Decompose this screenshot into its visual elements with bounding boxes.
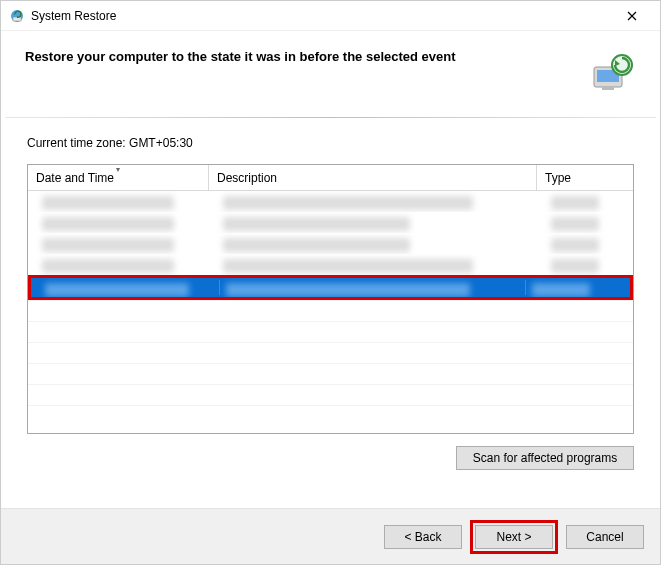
table-row[interactable] (28, 254, 633, 275)
content-area: Current time zone: GMT+05:30 Date and Ti… (1, 118, 660, 508)
scan-affected-programs-button[interactable]: Scan for affected programs (456, 446, 634, 470)
next-button[interactable]: Next > (475, 525, 553, 549)
grid-body (28, 191, 633, 433)
column-header-description[interactable]: Description (209, 165, 537, 190)
timezone-label: Current time zone: GMT+05:30 (27, 136, 634, 150)
column-header-datetime-label: Date and Time (36, 171, 114, 185)
titlebar: System Restore (1, 1, 660, 31)
table-row[interactable] (28, 191, 633, 212)
table-row-selected[interactable] (28, 275, 633, 300)
table-row[interactable] (28, 363, 633, 384)
restore-program-icon (9, 8, 25, 24)
table-row[interactable] (28, 342, 633, 363)
svg-rect-4 (602, 87, 614, 90)
header-area: Restore your computer to the state it wa… (1, 31, 660, 117)
wizard-footer: < Back Next > Cancel (1, 508, 660, 564)
table-row[interactable] (28, 321, 633, 342)
cancel-button[interactable]: Cancel (566, 525, 644, 549)
table-row[interactable] (28, 300, 633, 321)
header-instruction: Restore your computer to the state it wa… (25, 49, 456, 64)
window-title: System Restore (31, 9, 612, 23)
column-header-type[interactable]: Type (537, 165, 633, 190)
table-row[interactable] (28, 212, 633, 233)
scan-row: Scan for affected programs (27, 446, 634, 470)
restore-points-grid[interactable]: Date and Time ▾ Description Type (27, 164, 634, 434)
table-row[interactable] (28, 384, 633, 405)
table-row[interactable] (28, 233, 633, 254)
table-row[interactable] (28, 405, 633, 426)
restore-large-icon (588, 49, 636, 97)
grid-header: Date and Time ▾ Description Type (28, 165, 633, 191)
next-button-highlight: Next > (470, 520, 558, 554)
close-button[interactable] (612, 2, 652, 30)
sort-descending-icon: ▾ (116, 165, 120, 174)
system-restore-window: System Restore Restore your computer to … (0, 0, 661, 565)
back-button[interactable]: < Back (384, 525, 462, 549)
column-header-datetime[interactable]: Date and Time ▾ (28, 165, 209, 190)
